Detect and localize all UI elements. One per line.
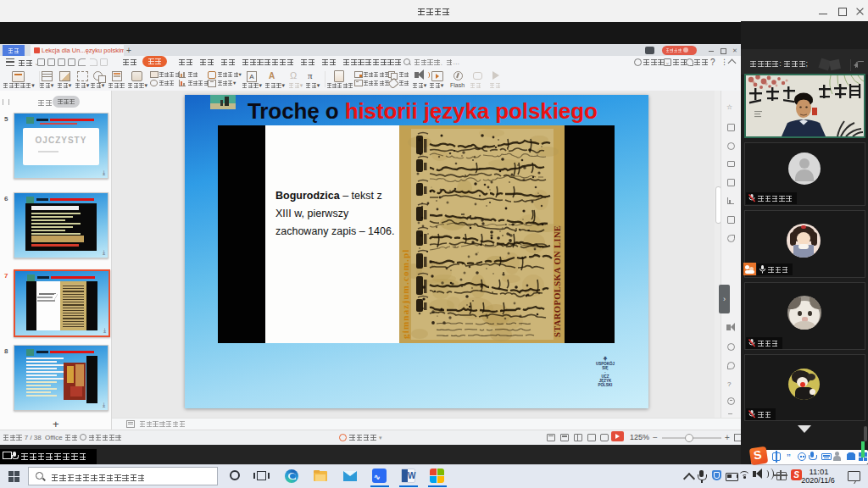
svg-text:gimnazjum.com.pl: gimnazjum.com.pl [400,248,410,339]
svg-text:STAROPOLSKA ON LINE: STAROPOLSKA ON LINE [553,225,562,337]
